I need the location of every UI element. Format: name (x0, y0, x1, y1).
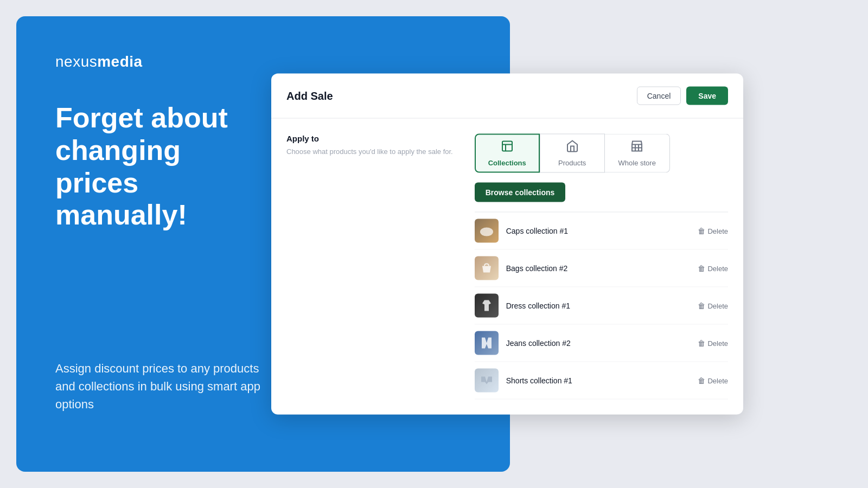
brand-name-bold: media (97, 53, 142, 70)
trash-icon: 🗑 (698, 376, 705, 385)
tab-collections[interactable]: Collections (475, 134, 540, 173)
products-icon (566, 140, 579, 156)
tab-group: Collections Products (475, 134, 728, 173)
collection-item: Bags collection #2 🗑 Delete (475, 250, 728, 287)
collection-item: Caps collection #1 🗑 Delete (475, 213, 728, 250)
apply-to-section: Apply to Choose what products you'd like… (286, 134, 453, 400)
collection-item: Dress collection #1 🗑 Delete (475, 287, 728, 325)
collections-icon (501, 140, 514, 156)
svg-rect-2 (480, 232, 483, 233)
tab-products-label: Products (558, 159, 586, 167)
delete-button[interactable]: 🗑 Delete (698, 264, 728, 273)
tab-collections-label: Collections (488, 159, 526, 167)
collection-thumbnail (475, 256, 499, 280)
cancel-button[interactable]: Cancel (637, 87, 681, 105)
collection-name: Dress collection #1 (506, 301, 691, 310)
collection-list: Caps collection #1 🗑 Delete Bags collect… (475, 212, 728, 400)
right-section: Collections Products (475, 134, 728, 400)
apply-to-description: Choose what products you'd like to apply… (286, 146, 453, 157)
tab-whole-store-label: Whole store (618, 159, 656, 167)
collection-thumbnail (475, 294, 499, 318)
collection-name: Jeans collection #2 (506, 339, 691, 348)
add-sale-modal: Add Sale Cancel Save Apply to Choose wha… (271, 74, 743, 415)
collection-thumbnail (475, 369, 499, 393)
tab-whole-store[interactable]: Whole store (605, 134, 670, 173)
hero-subtext: Assign discount prices to any products a… (55, 359, 272, 413)
browse-collections-button[interactable]: Browse collections (475, 183, 566, 202)
collection-name: Shorts collection #1 (506, 376, 691, 385)
collection-item: Jeans collection #2 🗑 Delete (475, 325, 728, 362)
hero-headline: Forget about changing prices manually! (55, 102, 261, 232)
delete-button[interactable]: 🗑 Delete (698, 339, 728, 348)
tab-products[interactable]: Products (540, 134, 605, 173)
brand-logo: nexusmedia (55, 53, 143, 70)
collection-item: Shorts collection #1 🗑 Delete (475, 362, 728, 400)
svg-rect-0 (502, 142, 512, 151)
save-button[interactable]: Save (686, 87, 728, 105)
modal-header: Add Sale Cancel Save (271, 74, 743, 119)
delete-button[interactable]: 🗑 Delete (698, 301, 728, 310)
trash-icon: 🗑 (698, 264, 705, 273)
modal-actions: Cancel Save (637, 87, 728, 105)
brand-name-light: nexus (55, 53, 97, 70)
whole-store-icon (630, 140, 643, 156)
collection-thumbnail (475, 331, 499, 355)
delete-button[interactable]: 🗑 Delete (698, 376, 728, 385)
trash-icon: 🗑 (698, 301, 705, 310)
apply-to-label: Apply to (286, 134, 453, 143)
delete-button[interactable]: 🗑 Delete (698, 227, 728, 235)
modal-body: Apply to Choose what products you'd like… (271, 119, 743, 415)
collection-name: Bags collection #2 (506, 264, 691, 273)
trash-icon: 🗑 (698, 339, 705, 348)
collection-name: Caps collection #1 (506, 227, 691, 235)
trash-icon: 🗑 (698, 227, 705, 235)
collection-thumbnail (475, 219, 499, 243)
modal-title: Add Sale (286, 89, 333, 102)
